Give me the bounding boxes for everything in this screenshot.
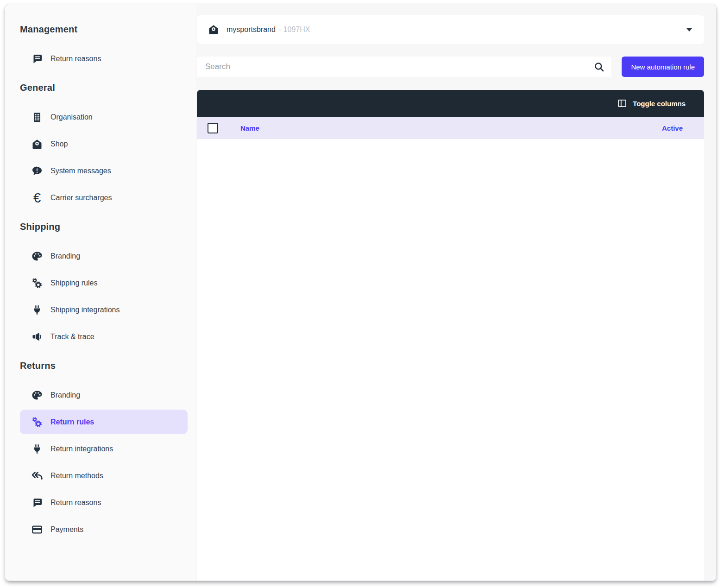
table-body-empty [197,139,704,581]
shop-icon [31,139,43,150]
megaphone-icon [31,331,43,342]
gears-icon [31,277,43,289]
sidebar-item-label: Shipping rules [50,279,97,287]
search-input[interactable] [204,62,593,72]
building-icon [31,112,43,123]
table-header-row: Name Active [197,117,704,139]
sidebar-item-track-trace[interactable]: Track & trace [20,324,188,349]
sidebar-item-label: System messages [50,167,111,175]
sidebar-item-return-reasons[interactable]: Return reasons [20,46,188,71]
sidebar-item-label: Shop [50,140,68,148]
comment-exclamation-icon [31,165,43,177]
sidebar-item-label: Return reasons [50,55,101,63]
sidebar-item-shipping-integrations[interactable]: Shipping integrations [20,297,188,322]
sidebar-item-shipping-rules[interactable]: Shipping rules [20,271,188,295]
new-automation-rule-button[interactable]: New automation rule [622,57,704,77]
shop-name: mysportsbrand [227,25,276,34]
search-box [197,57,611,77]
automation-rules-table: Toggle columns Name Active [197,90,704,581]
sidebar-item-label: Return methods [50,472,103,480]
sidebar-item-label: Track & trace [50,333,94,341]
sidebar-item-carrier-surcharges[interactable]: €Carrier surcharges [20,185,188,210]
sidebar-item-organisation[interactable]: Organisation [20,105,188,129]
reply-all-icon [31,470,43,481]
toolbar-row: New automation rule [197,57,704,77]
section-heading-returns: Returns [20,351,188,380]
sidebar-item-payments[interactable]: Payments [20,517,188,542]
sidebar-item-label: Carrier surcharges [50,194,112,202]
toggle-columns-button[interactable]: Toggle columns [617,98,686,108]
sidebar-item-return-integrations[interactable]: Return integrations [20,436,188,461]
euro-icon: € [31,192,43,203]
sidebar-item-label: Shipping integrations [50,306,120,314]
sidebar-item-label: Branding [50,252,80,260]
gears-icon [31,416,43,428]
palette-icon [31,251,43,262]
shop-code: - 1097HX [279,25,310,34]
section-heading-management: Management [20,15,188,44]
sidebar-item-return-methods[interactable]: Return methods [20,463,188,488]
section-heading-shipping: Shipping [20,212,188,241]
sidebar-item-system-messages[interactable]: System messages [20,158,188,183]
sidebar-item-branding[interactable]: Branding [20,383,188,407]
columns-icon [617,98,627,108]
app-window: ManagementReturn reasonsGeneralOrganisat… [5,4,717,581]
credit-card-icon [31,524,43,535]
sidebar-item-return-rules[interactable]: Return rules [20,410,188,434]
table-toolbar: Toggle columns [197,90,704,117]
select-all-checkbox[interactable] [208,123,218,133]
plug-icon [31,304,43,316]
caret-down-icon [686,28,692,32]
search-icon[interactable] [593,61,605,73]
sidebar-item-label: Return integrations [50,445,113,453]
toggle-columns-label: Toggle columns [633,100,686,107]
sidebar: ManagementReturn reasonsGeneralOrganisat… [5,4,196,581]
palette-icon [31,390,43,401]
sidebar-item-label: Branding [50,391,80,399]
sidebar-item-return-reasons[interactable]: Return reasons [20,490,188,515]
sidebar-item-label: Organisation [50,113,93,121]
sidebar-item-branding[interactable]: Branding [20,244,188,268]
sidebar-item-label: Return reasons [50,499,101,507]
column-header-active[interactable]: Active [662,124,683,132]
comment-lines-icon [31,53,43,64]
main-content: mysportsbrand - 1097HX New automation ru… [196,4,716,581]
plug-icon [31,443,43,455]
sidebar-item-label: Payments [50,525,83,534]
shop-icon [208,24,219,35]
comment-lines-icon [31,497,43,508]
shop-selector-dropdown[interactable]: mysportsbrand - 1097HX [197,15,704,44]
column-header-name[interactable]: Name [240,124,662,132]
sidebar-item-shop[interactable]: Shop [20,132,188,156]
sidebar-item-label: Return rules [50,418,94,426]
section-heading-general: General [20,73,188,102]
